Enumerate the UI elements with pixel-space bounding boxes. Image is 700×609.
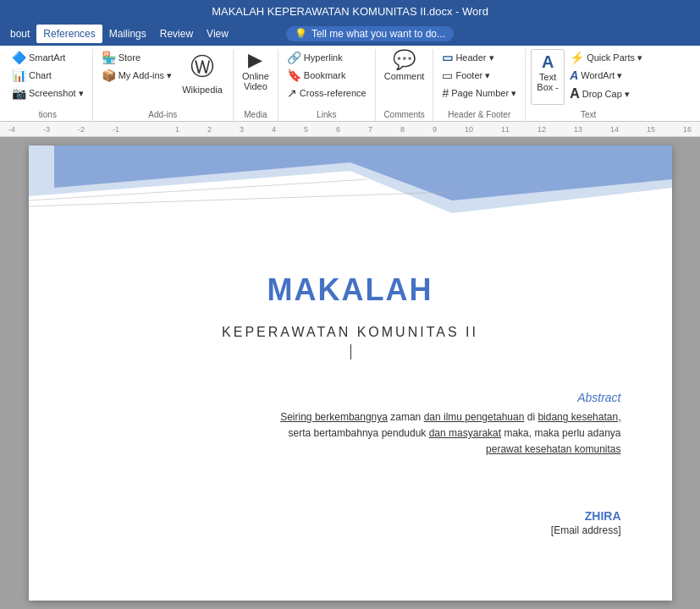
cursor — [350, 344, 351, 359]
smartart-button[interactable]: 🔷 SmartArt — [8, 49, 87, 66]
hf-group-label: Header & Footer — [448, 110, 510, 119]
hf-col: ▭ Header ▾ ▭ Footer ▾ # Page Number ▾ — [438, 49, 520, 113]
search-icon: 💡 — [295, 28, 307, 40]
textbox-icon: A — [542, 53, 554, 70]
ribbon-group-comments: 💬 Comment Comments — [376, 49, 434, 121]
page-number-button[interactable]: # Page Number ▾ — [438, 85, 520, 102]
screenshot-icon: 📷 — [12, 86, 26, 100]
ribbon-group-addins: 🏪 Store 📦 My Add-ins ▾ Ⓦ Wikipedia Add-i… — [93, 49, 234, 121]
links-col: 🔗 Hyperlink 🔖 Bookmark ↗ Cross-reference — [284, 49, 370, 113]
menu-item-references[interactable]: References — [36, 25, 102, 43]
my-addins-button[interactable]: 📦 My Add-ins ▾ — [98, 67, 175, 84]
word-art-label: WordArt ▾ — [581, 70, 622, 81]
quick-parts-button[interactable]: ⚡ Quick Parts ▾ — [566, 49, 646, 66]
bookmark-button[interactable]: 🔖 Bookmark — [284, 67, 370, 84]
store-label: Store — [119, 52, 141, 63]
abstract-text: Seiring berkembangnya zaman dan ilmu pen… — [80, 409, 621, 458]
header-button[interactable]: ▭ Header ▾ — [438, 49, 520, 66]
page-number-icon: # — [442, 86, 449, 100]
document-page[interactable]: MAKALAH KEPERAWATAN KOMUNITAS II Abstrac… — [29, 145, 672, 601]
text-box-button[interactable]: A TextBox - — [531, 49, 565, 105]
links-group-label: Links — [317, 110, 336, 119]
document-area: MAKALAH KEPERAWATAN KOMUNITAS II Abstrac… — [0, 137, 700, 609]
my-addins-label: My Add-ins ▾ — [119, 70, 172, 81]
comments-group-label: Comments — [383, 110, 424, 119]
menu-item-about[interactable]: bout — [3, 25, 36, 43]
chart-icon: 📊 — [12, 69, 26, 82]
online-video-button[interactable]: ▶ OnlineVideo — [239, 49, 273, 93]
comment-label: Comment — [384, 71, 425, 81]
cross-ref-label: Cross-reference — [300, 88, 367, 98]
cross-reference-button[interactable]: ↗ Cross-reference — [284, 85, 370, 102]
title-text: MAKALAH KEPERAWATAN KOMUNITAS II.docx - … — [212, 5, 488, 18]
menu-item-mailings[interactable]: Mailings — [102, 25, 153, 43]
drop-cap-label: Drop Cap ▾ — [582, 89, 630, 100]
comment-button[interactable]: 💬 Comment — [381, 49, 428, 83]
word-art-icon: A — [570, 69, 578, 82]
media-group-label: Media — [244, 110, 267, 119]
hyperlink-label: Hyperlink — [304, 52, 343, 63]
ribbon-group-illustrations: 🔷 SmartArt 📊 Chart 📷 Screenshot ▾ tions — [3, 49, 93, 121]
footer-icon: ▭ — [442, 69, 453, 82]
ruler: -4-3-2-1 12345678910111213141516 — [0, 122, 700, 137]
menu-bar: bout References Mailings Review View 💡 T… — [0, 22, 700, 46]
author-name: ZHIRA — [80, 509, 621, 523]
cross-ref-icon: ↗ — [287, 86, 297, 100]
bookmark-label: Bookmark — [304, 70, 346, 80]
abstract-label: Abstract — [80, 391, 621, 404]
screenshot-button[interactable]: 📷 Screenshot ▾ — [8, 85, 87, 102]
header-label: Header ▾ — [455, 52, 493, 63]
ribbon-group-header-footer: ▭ Header ▾ ▭ Footer ▾ # Page Number ▾ He… — [433, 49, 526, 121]
ribbon-group-media: ▶ OnlineVideo Media — [234, 49, 278, 121]
menu-item-view[interactable]: View — [200, 25, 235, 43]
screenshot-label: Screenshot ▾ — [29, 88, 84, 99]
addins-group-label: Add-ins — [148, 110, 177, 119]
comment-icon: 💬 — [393, 51, 416, 69]
smartart-icon: 🔷 — [12, 51, 26, 64]
chart-button[interactable]: 📊 Chart — [8, 67, 87, 84]
ribbon-group-text: A TextBox - ⚡ Quick Parts ▾ A WordArt ▾ … — [526, 49, 651, 121]
chart-label: Chart — [29, 70, 52, 80]
document-title: MAKALAH — [80, 272, 621, 308]
drop-cap-button[interactable]: A Drop Cap ▾ — [566, 85, 646, 103]
drop-cap-icon: A — [570, 86, 580, 102]
text-group-label: Text — [581, 110, 596, 119]
quick-parts-icon: ⚡ — [570, 51, 584, 64]
smartart-label: SmartArt — [29, 52, 65, 63]
page-content: MAKALAH KEPERAWATAN KOMUNITAS II Abstrac… — [29, 145, 672, 601]
author-email: [Email address] — [80, 524, 621, 536]
bookmark-icon: 🔖 — [287, 69, 301, 82]
word-art-button[interactable]: A WordArt ▾ — [566, 67, 646, 84]
footer-button[interactable]: ▭ Footer ▾ — [438, 67, 520, 84]
addins-col: 🏪 Store 📦 My Add-ins ▾ — [98, 49, 175, 96]
header-icon: ▭ — [442, 51, 453, 64]
wikipedia-button[interactable]: Ⓦ Wikipedia — [177, 49, 228, 107]
quick-parts-label: Quick Parts ▾ — [587, 52, 642, 63]
ruler-marks: -4-3-2-1 12345678910111213141516 — [8, 125, 692, 134]
document-subtitle: KEPERAWATAN KOMUNITAS II — [80, 325, 621, 340]
online-video-label: OnlineVideo — [242, 71, 269, 91]
menu-item-review[interactable]: Review — [153, 25, 200, 43]
ribbon: 🔷 SmartArt 📊 Chart 📷 Screenshot ▾ tions … — [0, 46, 700, 122]
footer-label: Footer ▾ — [455, 70, 490, 81]
my-addins-icon: 📦 — [102, 69, 116, 82]
search-placeholder: Tell me what you want to do... — [311, 28, 445, 40]
illus-col: 🔷 SmartArt 📊 Chart 📷 Screenshot ▾ — [8, 49, 87, 113]
ribbon-media-buttons: ▶ OnlineVideo — [239, 49, 273, 119]
wikipedia-icon: Ⓦ — [190, 51, 214, 83]
online-video-icon: ▶ — [248, 51, 262, 69]
wikipedia-label: Wikipedia — [182, 85, 223, 95]
textbox-label: TextBox - — [537, 72, 559, 92]
ribbon-addins-buttons: 🏪 Store 📦 My Add-ins ▾ Ⓦ Wikipedia — [98, 49, 228, 119]
ribbon-group-links: 🔗 Hyperlink 🔖 Bookmark ↗ Cross-reference… — [278, 49, 376, 121]
search-box[interactable]: 💡 Tell me what you want to do... — [286, 26, 454, 41]
hyperlink-button[interactable]: 🔗 Hyperlink — [284, 49, 370, 66]
text-col: ⚡ Quick Parts ▾ A WordArt ▾ A Drop Cap ▾ — [566, 49, 646, 115]
title-bar: MAKALAH KEPERAWATAN KOMUNITAS II.docx - … — [0, 0, 700, 22]
illus-group-label: tions — [39, 110, 57, 119]
page-number-label: Page Number ▾ — [451, 88, 516, 99]
store-icon: 🏪 — [102, 51, 116, 64]
ribbon-comments-buttons: 💬 Comment — [381, 49, 428, 119]
hyperlink-icon: 🔗 — [287, 51, 301, 64]
store-button[interactable]: 🏪 Store — [98, 49, 175, 66]
